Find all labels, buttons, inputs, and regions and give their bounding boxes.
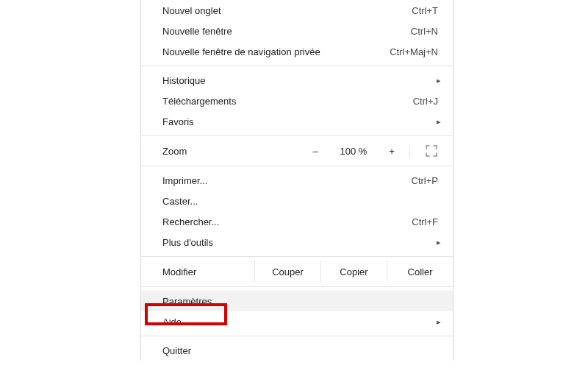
menu-label: Historique (162, 75, 442, 86)
zoom-level: 100 % (333, 140, 374, 162)
menu-item-incognito-window[interactable]: Nouvelle fenêtre de navigation privée Ct… (141, 41, 453, 62)
menu-separator (141, 166, 453, 166)
menu-item-more-tools[interactable]: Plus d'outils ▸ (141, 232, 453, 252)
menu-label: Favoris (162, 116, 442, 127)
menu-shortcut: Ctrl+J (413, 96, 442, 107)
menu-separator (141, 286, 453, 287)
submenu-arrow-icon: ▸ (437, 117, 441, 127)
menu-shortcut: Ctrl+F (412, 216, 442, 227)
edit-label: Modifier (162, 266, 254, 277)
zoom-in-button[interactable]: + (374, 140, 409, 162)
menu-label: Caster... (162, 196, 442, 207)
menu-label: Plus d'outils (162, 237, 442, 248)
menu-item-history[interactable]: Historique ▸ (141, 70, 453, 91)
fullscreen-icon (426, 145, 437, 157)
menu-shortcut: Ctrl+T (412, 5, 442, 16)
menu-label: Rechercher... (162, 216, 412, 227)
menu-shortcut: Ctrl+P (412, 175, 442, 186)
menu-item-print[interactable]: Imprimer... Ctrl+P (141, 170, 453, 191)
zoom-label: Zoom (162, 146, 298, 157)
menu-label: Aide (162, 316, 442, 328)
submenu-arrow-icon: ▸ (437, 238, 441, 247)
chrome-main-menu: Nouvel onglet Ctrl+T Nouvelle fenêtre Ct… (140, 0, 453, 361)
menu-item-edit: Modifier Couper Copier Coller (141, 261, 453, 283)
menu-item-bookmarks[interactable]: Favoris ▸ (141, 111, 453, 132)
menu-item-quit[interactable]: Quitter (141, 340, 453, 361)
menu-separator (141, 135, 453, 136)
edit-paste-button[interactable]: Coller (387, 261, 453, 283)
menu-item-find[interactable]: Rechercher... Ctrl+F (141, 211, 453, 232)
menu-shortcut: Ctrl+Maj+N (390, 46, 442, 57)
menu-separator (141, 66, 453, 66)
fullscreen-button[interactable] (410, 145, 453, 157)
menu-label: Paramètres (162, 296, 442, 307)
menu-label: Imprimer... (162, 175, 412, 186)
menu-item-downloads[interactable]: Téléchargements Ctrl+J (141, 91, 453, 111)
menu-separator (141, 336, 453, 336)
menu-shortcut: Ctrl+N (411, 26, 442, 37)
menu-label: Nouvelle fenêtre de navigation privée (162, 46, 390, 57)
menu-item-help[interactable]: Aide ▸ (141, 311, 453, 332)
menu-item-settings[interactable]: Paramètres (141, 291, 453, 311)
menu-label: Nouvelle fenêtre (162, 26, 411, 37)
edit-copy-button[interactable]: Copier (320, 261, 387, 283)
zoom-out-button[interactable]: – (298, 140, 333, 162)
menu-separator (141, 256, 453, 257)
menu-label: Téléchargements (162, 96, 413, 107)
menu-item-zoom: Zoom – 100 % + (141, 140, 453, 162)
edit-cut-button[interactable]: Couper (254, 261, 320, 283)
menu-item-new-tab[interactable]: Nouvel onglet Ctrl+T (141, 0, 453, 21)
submenu-arrow-icon: ▸ (437, 317, 441, 327)
menu-item-cast[interactable]: Caster... (141, 191, 453, 211)
menu-label: Quitter (162, 345, 442, 356)
menu-item-new-window[interactable]: Nouvelle fenêtre Ctrl+N (141, 21, 453, 41)
zoom-controls: – 100 % + (298, 140, 453, 162)
menu-label: Nouvel onglet (162, 5, 412, 16)
submenu-arrow-icon: ▸ (437, 76, 441, 85)
